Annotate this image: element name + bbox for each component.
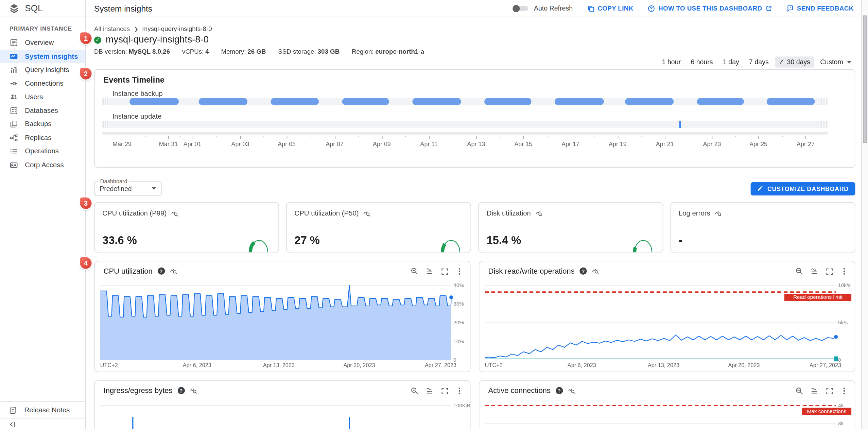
time-range-option-6-hours[interactable]: 6 hours [687,56,717,68]
backup-event-segment [412,98,461,105]
help-icon[interactable]: ? [556,387,563,394]
metrics-explorer-icon[interactable] [568,387,575,394]
auto-refresh-control: Auto Refresh [513,4,573,12]
time-range-option-7-days[interactable]: 7 days [745,56,772,68]
timeline-date-label: Apr 11 [420,141,437,148]
zoom-icon[interactable] [411,387,419,395]
svg-text:10%: 10% [453,338,464,344]
metric-value: 27 % [295,234,320,247]
pencil-icon [758,186,764,192]
help-icon[interactable]: ? [177,387,185,394]
more-icon[interactable] [456,387,464,395]
auto-refresh-toggle[interactable] [513,5,530,12]
connections-icon [10,80,18,87]
smoothing-icon[interactable] [426,268,434,275]
sidebar: PRIMARY INSTANCE Overview System insight… [0,17,86,429]
metrics-explorer-icon[interactable] [363,210,370,217]
svg-text:30%: 30% [453,301,464,307]
gauge-arc [633,226,654,253]
sidebar-item-users[interactable]: Users [0,90,85,104]
metrics-explorer-icon[interactable] [190,387,197,394]
timeline-date-label: Apr 05 [278,141,296,148]
smoothing-icon[interactable] [426,387,434,395]
fullscreen-icon[interactable] [441,387,449,395]
fullscreen-icon[interactable] [826,387,833,395]
metric-card-cpu-p99: CPU utilization (P99) 33.6 % [94,202,279,253]
sidebar-item-operations[interactable]: Operations [0,144,85,158]
how-to-use-dashboard-link[interactable]: HOW TO USE THIS DASHBOARD [648,5,772,12]
backup-event-segment [697,98,744,105]
sidebar-item-system-insights[interactable]: System insights [0,50,85,63]
system-insights-icon [10,52,18,60]
zoom-icon[interactable] [796,387,803,395]
sidebar-collapse-row[interactable] [0,418,85,429]
sidebar-item-backups[interactable]: Backups [0,117,85,131]
zoom-icon[interactable] [411,268,419,275]
dashboard-select[interactable]: Dashboard Predefined [94,181,162,196]
smoothing-icon[interactable] [811,387,818,395]
time-range-option-1-hour[interactable]: 1 hour [658,56,684,68]
sidebar-item-query-insights[interactable]: Query insights [0,63,85,77]
instance-title-row: ✓ mysql-query-insights-8-0 [94,34,855,46]
topbar-controls: Auto Refresh COPY LINK HOW TO USE THIS D… [513,4,854,12]
send-feedback-button[interactable]: SEND FEEDBACK [786,5,854,12]
breadcrumb-all-instances[interactable]: All instances [94,25,130,32]
scrollbar-thumb[interactable] [863,16,867,143]
help-icon[interactable]: ? [157,268,164,275]
more-icon[interactable] [840,387,848,395]
copy-link-button[interactable]: COPY LINK [587,5,633,12]
timeline-date-label: Apr 15 [514,141,532,148]
metric-title: CPU utilization (P99) [102,209,167,217]
dashboard-row: Dashboard Predefined CUSTOMIZE DASHBOARD [94,181,855,196]
metrics-explorer-icon[interactable] [171,210,178,217]
sidebar-item-replicas[interactable]: Replicas [0,131,85,144]
chart-card-cpu-utilization: CPU utilization ? 40%30%20%10%0UTC+2Apr … [94,261,471,372]
metric-card-cpu-p50: CPU utilization (P50) 27 % [286,202,471,253]
cpu-utilization-chart: 40%30%20%10%0UTC+2Apr 6, 2023Apr 13, 202… [95,261,470,372]
events-timeline-card: Events Timeline Instance backup Instance… [94,69,855,168]
sidebar-item-connections[interactable]: Connections [0,77,85,90]
time-range-option-30-days[interactable]: ✓30 days [775,56,814,68]
sidebar-item-label: Replicas [25,134,51,142]
timeline-date-label: Mar 29 [112,141,132,148]
annotation-marker-2: 2 [80,68,91,80]
metric-cards: CPU utilization (P99) 33.6 % CPU utiliza… [94,202,855,253]
fullscreen-icon[interactable] [441,268,449,275]
time-range-option-custom[interactable]: Custom [816,56,855,68]
metrics-explorer-icon[interactable] [715,210,722,217]
external-link-icon [765,5,772,12]
backups-icon [10,120,18,128]
svg-text:UTC+2: UTC+2 [100,362,118,368]
sidebar-item-label: Connections [25,80,63,87]
smoothing-icon[interactable] [811,268,818,275]
chart-card-ingress-egress: Ingress/egress bytes ? 100KiB/s [94,380,471,429]
sidebar-bottom: Release Notes [0,401,85,429]
annotation-marker-4: 4 [80,257,91,269]
main-content: All instances ❯ mysql-query-insights-8-0… [86,17,862,429]
cloud-sql-app: SQL PRIMARY INSTANCE Overview System ins… [0,0,868,429]
sidebar-item-release-notes[interactable]: Release Notes [0,401,85,418]
customize-dashboard-button[interactable]: CUSTOMIZE DASHBOARD [751,182,855,195]
help-icon[interactable]: ? [579,268,587,275]
metrics-explorer-icon[interactable] [535,210,542,217]
timeline-axis-ticks [102,136,828,139]
page-title: System insights [94,4,152,13]
sidebar-item-corp-access[interactable]: Corp Access [0,158,85,172]
metrics-explorer-icon[interactable] [170,268,177,275]
metrics-explorer-icon[interactable] [592,268,599,275]
annotation-marker-3: 3 [80,198,91,209]
fullscreen-icon[interactable] [826,268,833,275]
svg-text:Apr 13, 2023: Apr 13, 2023 [648,362,679,368]
sidebar-item-label: Query insights [25,66,69,74]
vertical-scrollbar[interactable] [861,0,868,429]
charts-row-2: Ingress/egress bytes ? 100KiB/s Active c… [94,380,855,429]
sidebar-item-overview[interactable]: Overview [0,36,85,50]
timeline-date-label: Apr 25 [749,141,767,148]
time-range-option-1-day[interactable]: 1 day [719,56,743,68]
more-icon[interactable] [456,268,464,275]
sidebar-item-label: System insights [25,52,78,60]
zoom-icon[interactable] [796,268,803,275]
more-icon[interactable] [840,268,848,275]
timeline-date-label: Apr 17 [561,141,579,148]
sidebar-item-databases[interactable]: Databases [0,104,85,117]
